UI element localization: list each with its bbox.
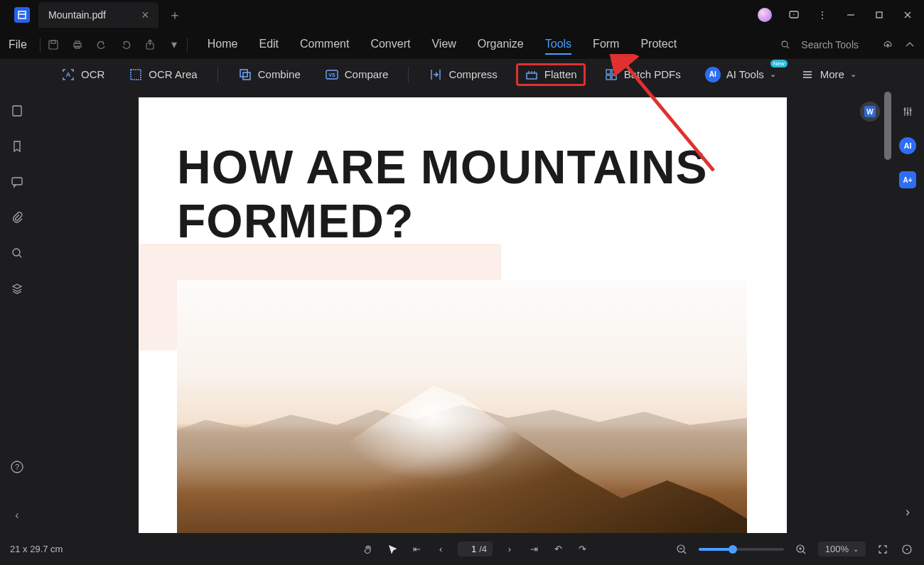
word-badge[interactable]: W	[860, 102, 880, 122]
svg-rect-24	[612, 70, 616, 74]
menu-home[interactable]: Home	[208, 35, 238, 55]
zoom-level[interactable]: 100% ⌄	[818, 542, 866, 556]
menu-convert[interactable]: Convert	[370, 35, 410, 55]
properties-icon[interactable]	[899, 103, 916, 120]
minimize-icon[interactable]	[844, 9, 857, 21]
feedback-icon[interactable]	[788, 9, 800, 21]
statusbar: 21 x 29.7 cm ⇤ ‹ /4 › ⇥ ↶ ↷ 100% ⌄	[0, 533, 924, 565]
menubar: File ▾ Home Edit Comment Convert View Or…	[0, 30, 924, 60]
rotate-left-icon[interactable]: ↶	[551, 542, 565, 556]
document-canvas[interactable]: HOW ARE MOUNTAINS FORMED? W	[34, 89, 891, 533]
chevron-right-icon[interactable]: ›	[899, 503, 916, 520]
user-avatar[interactable]	[758, 8, 772, 22]
bookmarks-icon[interactable]	[9, 139, 25, 154]
translate-panel-icon[interactable]: A+	[899, 171, 916, 188]
search-icon[interactable]	[9, 245, 25, 261]
ocr-area-label: OCR Area	[149, 68, 197, 80]
right-sidebar: AI A+ ›	[891, 89, 924, 533]
last-page-icon[interactable]: ⇥	[527, 542, 541, 556]
flatten-button[interactable]: Flatten	[517, 65, 584, 85]
maximize-icon[interactable]	[873, 9, 886, 21]
collapse-ribbon-icon[interactable]	[904, 39, 915, 50]
search-tools-icon[interactable]	[780, 39, 791, 50]
svg-rect-25	[606, 75, 611, 80]
ocr-area-button[interactable]: OCR Area	[124, 65, 201, 85]
combine-button[interactable]: Combine	[234, 65, 305, 85]
zoom-in-icon[interactable]	[794, 542, 808, 556]
svg-point-32	[13, 249, 20, 256]
new-badge: New	[770, 60, 788, 68]
menu-edit[interactable]: Edit	[259, 35, 279, 55]
ai-tools-button[interactable]: AI AI Tools ⌄ New	[701, 64, 780, 85]
batch-button[interactable]: Batch PDFs	[600, 65, 685, 85]
menu-protect[interactable]: Protect	[640, 35, 677, 55]
toolbar: A OCR OCR Area Combine VS Compare Compre…	[0, 60, 924, 89]
svg-text:?: ?	[15, 463, 19, 471]
ocr-button[interactable]: A OCR	[57, 65, 109, 85]
svg-rect-19	[243, 72, 250, 80]
menu-view[interactable]: View	[431, 35, 456, 55]
thumbnails-icon[interactable]	[9, 103, 25, 119]
compare-icon: VS	[325, 68, 339, 82]
attachments-icon[interactable]	[9, 210, 25, 225]
svg-rect-30	[13, 106, 21, 116]
zoom-out-icon[interactable]	[675, 542, 689, 556]
next-page-icon[interactable]: ›	[503, 542, 517, 556]
scrollbar[interactable]	[884, 92, 891, 160]
kebab-menu-icon[interactable]: ⋮	[816, 9, 829, 21]
menu-tabs: Home Edit Comment Convert View Organize …	[208, 35, 677, 55]
chevron-left-icon[interactable]: ‹	[9, 507, 25, 523]
file-menu[interactable]: File	[9, 38, 27, 51]
undo-icon[interactable]	[95, 38, 109, 52]
document-tab[interactable]: Mountain.pdf ×	[38, 2, 159, 28]
comments-icon[interactable]	[9, 174, 25, 190]
svg-text:VS: VS	[328, 72, 335, 77]
print-icon[interactable]	[70, 38, 85, 52]
more-button[interactable]: More ⌄	[796, 65, 861, 85]
svg-text:A: A	[66, 71, 71, 78]
new-tab-button[interactable]: ＋	[168, 6, 181, 23]
ocr-label: OCR	[81, 68, 104, 80]
batch-label: Batch PDFs	[624, 68, 681, 80]
page-input[interactable]	[463, 544, 476, 554]
ai-panel-icon[interactable]: AI	[899, 137, 916, 154]
main-area: ? ‹ HOW ARE MOUNTAINS FORMED? W AI A+ ›	[0, 89, 924, 533]
dropdown-icon[interactable]: ▾	[167, 38, 181, 52]
svg-point-39	[904, 109, 906, 111]
svg-rect-31	[12, 178, 22, 185]
tab-title: Mountain.pdf	[48, 9, 106, 21]
cloud-sync-icon[interactable]	[881, 38, 894, 51]
menu-form[interactable]: Form	[593, 35, 619, 55]
more-icon	[800, 68, 815, 82]
compress-button[interactable]: Compress	[424, 65, 501, 85]
zoom-slider[interactable]	[699, 548, 784, 551]
fullscreen-icon[interactable]	[876, 542, 890, 556]
compare-button[interactable]: VS Compare	[321, 65, 393, 85]
hand-tool-icon[interactable]	[361, 542, 375, 556]
page-indicator[interactable]: /4	[458, 542, 493, 556]
combine-label: Combine	[258, 68, 301, 80]
menu-tools[interactable]: Tools	[545, 35, 571, 55]
redo-icon[interactable]	[119, 38, 133, 52]
prev-page-icon[interactable]: ‹	[434, 542, 448, 556]
help-icon[interactable]: ?	[9, 459, 25, 475]
menu-comment[interactable]: Comment	[300, 35, 349, 55]
zoom-value: 100%	[825, 544, 849, 554]
fit-page-icon[interactable]	[900, 542, 914, 556]
rotate-right-icon[interactable]: ↷	[575, 542, 589, 556]
share-icon[interactable]	[143, 38, 157, 52]
menu-organize[interactable]: Organize	[478, 35, 524, 55]
svg-point-40	[907, 112, 909, 114]
select-tool-icon[interactable]	[385, 542, 399, 556]
tab-close-icon[interactable]: ×	[141, 9, 149, 21]
first-page-icon[interactable]: ⇤	[409, 542, 424, 556]
search-tools-label[interactable]: Search Tools	[801, 39, 859, 50]
svg-point-2	[793, 14, 795, 16]
page-nav: ⇤ ‹ /4 › ⇥ ↶ ↷	[148, 542, 589, 556]
layers-icon[interactable]	[9, 281, 25, 296]
close-window-icon[interactable]	[901, 9, 914, 21]
save-icon[interactable]	[46, 38, 60, 52]
svg-rect-26	[612, 75, 616, 80]
ocr-icon: A	[61, 68, 75, 82]
page-total: /4	[479, 544, 487, 554]
